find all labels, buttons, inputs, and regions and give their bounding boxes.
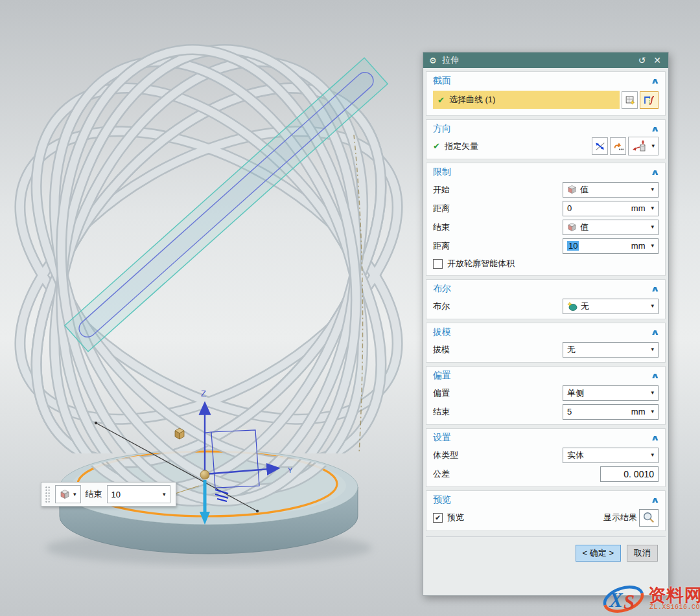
tolerance-input[interactable]: 0. 0010: [600, 466, 659, 482]
vector-dialog-button[interactable]: [610, 137, 626, 155]
preview-checkbox[interactable]: ✔: [433, 513, 443, 523]
dropdown-arrow-icon: ▾: [651, 390, 654, 396]
curve-select-button[interactable]: [640, 91, 659, 109]
group-settings: 设置 ∧ 体类型 实体 ▾ 公差 0. 0010: [426, 428, 666, 487]
start-distance-input[interactable]: 0 mm ▾: [563, 201, 659, 216]
watermark-site-url: ZL.XS1616.COM: [649, 604, 700, 611]
collapse-chevron-icon[interactable]: ∧: [651, 284, 660, 293]
preview-group-title: 预览: [433, 494, 652, 506]
boolean-combo[interactable]: 无 ▾: [563, 299, 659, 314]
collapse-chevron-icon[interactable]: ∧: [651, 124, 660, 133]
check-icon: ✔: [438, 95, 445, 105]
value-cube-icon: [567, 185, 577, 194]
collapse-chevron-icon[interactable]: ∧: [651, 328, 660, 337]
collapse-chevron-icon[interactable]: ∧: [651, 168, 660, 177]
dropdown-arrow-icon: ▾: [651, 205, 654, 211]
collapse-chevron-icon[interactable]: ∧: [651, 433, 660, 442]
y-axis-label: Y: [288, 466, 293, 474]
boolean-none-icon: [567, 301, 578, 312]
offset-label: 偏置: [433, 387, 563, 399]
toolbar-drag-handle[interactable]: [45, 486, 51, 503]
draft-group-title: 拔模: [433, 326, 652, 338]
preview-label: 预览: [447, 512, 464, 523]
ok-button[interactable]: < 确定 >: [576, 545, 621, 562]
group-boolean: 布尔 ∧ 布尔 无 ▾: [426, 279, 666, 319]
dropdown-arrow-icon: ▾: [651, 187, 654, 192]
reverse-direction-icon: [594, 141, 606, 152]
boolean-label: 布尔: [433, 301, 563, 312]
reset-icon[interactable]: ↺: [637, 55, 648, 65]
body-type-label: 体类型: [433, 450, 563, 461]
direction-group-title: 方向: [433, 123, 652, 135]
dropdown-arrow-icon: ▾: [651, 409, 654, 415]
boolean-group-title: 布尔: [433, 283, 652, 295]
extrude-limit-mode-combo[interactable]: ▾: [55, 485, 81, 503]
show-result-button[interactable]: [639, 509, 659, 527]
curve-icon: [643, 93, 656, 106]
z-axis-label: Z: [201, 389, 206, 398]
on-screen-input-toolbar[interactable]: ▾ 结束 10 ▾: [41, 482, 176, 507]
collapse-chevron-icon[interactable]: ∧: [651, 496, 660, 505]
close-icon[interactable]: ✕: [652, 55, 662, 65]
check-icon: ✔: [433, 141, 440, 151]
end-label: 结束: [433, 222, 563, 233]
draft-label: 拔模: [433, 344, 563, 356]
extrude-dialog: ⚙ 拉伸 ↺ ✕ 截面 ∧ ✔ 选择曲线 (1): [423, 52, 669, 596]
group-limits: 限制 ∧ 开始 值 ▾ 距离: [426, 163, 666, 276]
offset-combo[interactable]: 单侧 ▾: [563, 385, 659, 401]
collapse-chevron-icon[interactable]: ∧: [651, 371, 660, 380]
section-group-title: 截面: [433, 75, 652, 87]
group-section: 截面 ∧ ✔ 选择曲线 (1): [426, 71, 666, 116]
body-type-combo[interactable]: 实体 ▾: [563, 448, 659, 463]
end-distance-label: 结束: [86, 488, 102, 500]
cancel-button[interactable]: 取消: [627, 545, 658, 562]
start-label: 开始: [433, 184, 563, 196]
draft-combo[interactable]: 无 ▾: [563, 342, 659, 358]
offset-group-title: 偏置: [433, 370, 652, 382]
dropdown-arrow-icon: ▾: [651, 347, 654, 352]
settings-group-title: 设置: [433, 432, 652, 444]
collapse-chevron-icon[interactable]: ∧: [651, 76, 660, 86]
dropdown-arrow-icon[interactable]: ▾: [163, 492, 166, 497]
vector-type-combo[interactable]: ▾: [628, 137, 659, 155]
gear-icon: ⚙: [429, 56, 437, 65]
svg-text:X: X: [609, 589, 624, 611]
offset-handle-cube[interactable]: [175, 428, 184, 439]
magnifier-icon: [642, 511, 655, 524]
select-curve-row[interactable]: ✔ 选择曲线 (1): [433, 91, 620, 109]
vector-dialog-icon: [612, 141, 624, 152]
sketch-section-icon: [624, 94, 636, 106]
open-profile-checkbox[interactable]: [433, 259, 443, 269]
group-draft: 拔模 ∧ 拔模 无 ▾: [426, 323, 666, 363]
start-mode-combo[interactable]: 值 ▾: [563, 182, 659, 198]
dialog-button-row: < 确定 > 取消: [426, 536, 666, 562]
tolerance-label: 公差: [433, 468, 600, 480]
selected-value[interactable]: 10: [567, 241, 579, 251]
value-cube-icon: [60, 489, 70, 499]
dropdown-arrow-icon: ▾: [651, 224, 654, 230]
dialog-title: 拉伸: [442, 54, 632, 66]
dropdown-arrow-icon: ▾: [651, 143, 655, 149]
end-distance-label: 距离: [433, 240, 563, 252]
dropdown-arrow-icon: ▾: [73, 492, 76, 497]
watermark-logo: X S: [598, 582, 648, 616]
sketch-section-button[interactable]: [622, 91, 638, 109]
open-profile-label: 开放轮廓智能体积: [447, 258, 515, 269]
dialog-body: 截面 ∧ ✔ 选择曲线 (1): [423, 68, 668, 595]
start-distance-label: 距离: [433, 203, 563, 214]
select-curve-label: 选择曲线 (1): [449, 94, 496, 106]
vector-type-icon: [632, 140, 649, 153]
dialog-titlebar[interactable]: ⚙ 拉伸 ↺ ✕: [423, 52, 668, 68]
specify-vector-label: 指定矢量: [445, 141, 592, 152]
show-result-label: 显示结果: [603, 512, 637, 523]
end-distance-input[interactable]: 10 mm ▾: [563, 238, 659, 254]
end-distance-input[interactable]: 10 ▾: [107, 485, 170, 503]
dropdown-arrow-icon: ▾: [651, 303, 654, 309]
offset-end-input[interactable]: 5 mm ▾: [563, 404, 659, 420]
dropdown-arrow-icon: ▾: [651, 243, 654, 249]
group-preview: 预览 ∧ ✔ 预览 显示结果: [426, 490, 666, 531]
reverse-direction-button[interactable]: [592, 137, 608, 155]
end-mode-combo[interactable]: 值 ▾: [563, 220, 659, 235]
origin-handle-sphere[interactable]: [200, 470, 209, 479]
watermark: X S 资料网 ZL.XS1616.COM: [598, 582, 700, 616]
